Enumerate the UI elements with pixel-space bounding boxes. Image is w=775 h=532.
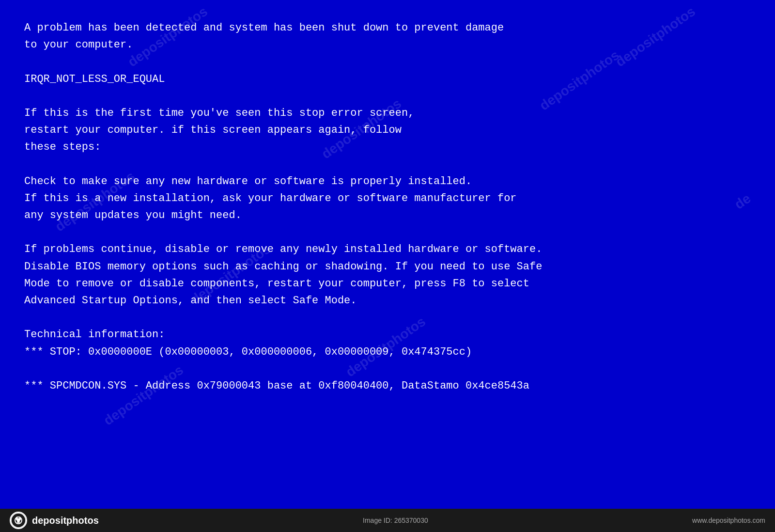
- svg-point-4: [17, 516, 19, 518]
- svg-point-3: [16, 516, 21, 521]
- footer-brand: depositphotos: [10, 512, 99, 529]
- footer-image-id: Image ID: 265370030: [363, 516, 428, 524]
- footer-website: www.depositphotos.com: [692, 516, 765, 524]
- bsod-screen: depositphotos depositphotos depositphoto…: [0, 0, 775, 509]
- depositphotos-logo: [10, 512, 27, 529]
- svg-rect-2: [17, 518, 19, 523]
- footer: depositphotos Image ID: 265370030 www.de…: [0, 509, 775, 532]
- svg-point-0: [11, 513, 26, 528]
- bsod-content: A problem has been detected and system h…: [24, 19, 751, 394]
- website-url: www.depositphotos.com: [692, 516, 765, 524]
- svg-point-1: [16, 516, 21, 521]
- brand-name: depositphotos: [32, 515, 99, 526]
